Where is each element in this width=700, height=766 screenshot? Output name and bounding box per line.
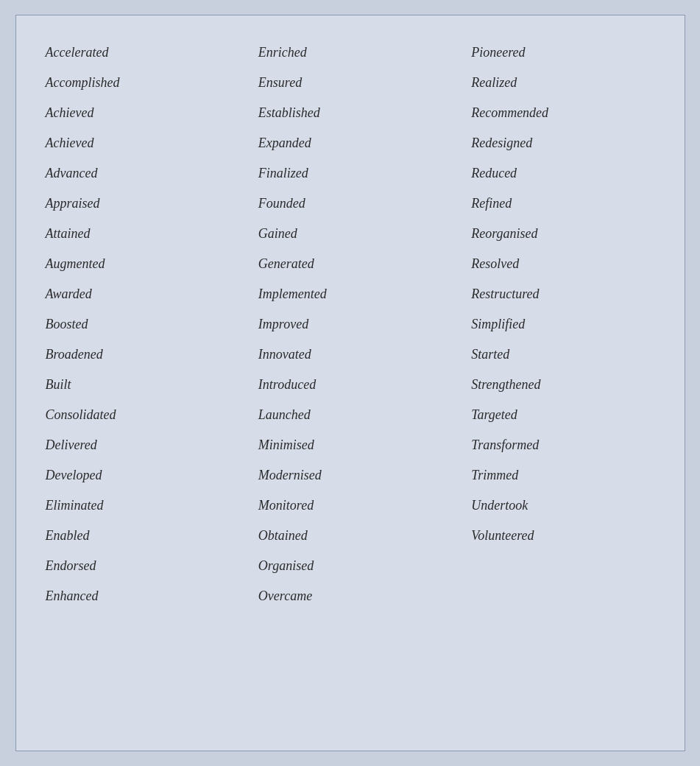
list-item: Founded: [244, 189, 456, 219]
list-item: Restructured: [456, 279, 669, 309]
main-container: AcceleratedEnrichedPioneeredAccomplished…: [15, 15, 685, 751]
list-item: Innovated: [244, 340, 456, 370]
list-item: Resolved: [456, 249, 669, 279]
list-item: Minimised: [244, 430, 456, 460]
list-item: Reduced: [456, 158, 669, 189]
list-item: Introduced: [244, 370, 456, 400]
list-item: Strengthened: [456, 370, 669, 400]
list-item: Accomplished: [31, 68, 244, 98]
list-item: Overcame: [244, 581, 456, 611]
list-item: Advanced: [31, 158, 244, 189]
list-item: Improved: [244, 309, 456, 340]
list-item: Enabled: [31, 521, 244, 551]
list-item: Enriched: [244, 38, 456, 68]
list-item: Targeted: [456, 400, 669, 430]
list-item: Realized: [456, 68, 669, 98]
list-item: Augmented: [31, 249, 244, 279]
list-item: Implemented: [244, 279, 456, 309]
list-item: [456, 581, 669, 611]
list-item: Accelerated: [31, 38, 244, 68]
list-item: Enhanced: [31, 581, 244, 611]
list-item: Expanded: [244, 128, 456, 158]
list-item: Started: [456, 340, 669, 370]
list-item: Appraised: [31, 189, 244, 219]
list-item: Recommended: [456, 98, 669, 128]
list-item: Refined: [456, 189, 669, 219]
list-item: Achieved: [31, 128, 244, 158]
list-item: Broadened: [31, 340, 244, 370]
list-item: Gained: [244, 219, 456, 249]
list-item: Boosted: [31, 309, 244, 340]
list-item: Volunteered: [456, 521, 669, 551]
list-item: Established: [244, 98, 456, 128]
list-item: Obtained: [244, 521, 456, 551]
list-item: Reorganised: [456, 219, 669, 249]
list-item: Finalized: [244, 158, 456, 189]
list-item: Monitored: [244, 491, 456, 521]
list-item: Endorsed: [31, 551, 244, 581]
list-item: Undertook: [456, 491, 669, 521]
list-item: [456, 551, 669, 581]
list-item: Consolidated: [31, 400, 244, 430]
list-item: Pioneered: [456, 38, 669, 68]
list-item: Achieved: [31, 98, 244, 128]
list-item: Modernised: [244, 460, 456, 491]
list-item: Organised: [244, 551, 456, 581]
list-item: Awarded: [31, 279, 244, 309]
list-item: Launched: [244, 400, 456, 430]
list-item: Ensured: [244, 68, 456, 98]
list-item: Trimmed: [456, 460, 669, 491]
list-item: Developed: [31, 460, 244, 491]
word-grid: AcceleratedEnrichedPioneeredAccomplished…: [31, 38, 670, 611]
list-item: Attained: [31, 219, 244, 249]
list-item: Generated: [244, 249, 456, 279]
list-item: Simplified: [456, 309, 669, 340]
list-item: Redesigned: [456, 128, 669, 158]
list-item: Eliminated: [31, 491, 244, 521]
list-item: Delivered: [31, 430, 244, 460]
list-item: Built: [31, 370, 244, 400]
list-item: Transformed: [456, 430, 669, 460]
